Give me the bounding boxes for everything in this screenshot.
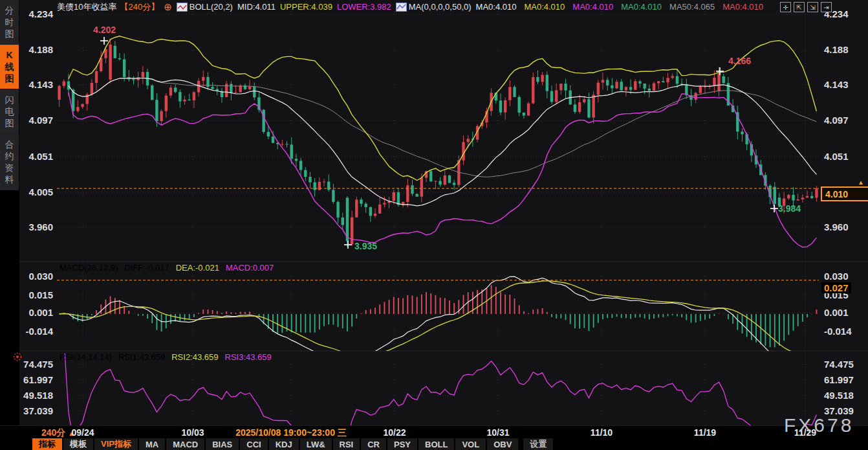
macd-dea-value: DEA:-0.021 <box>176 263 219 273</box>
tab-lw[interactable]: LW& <box>300 438 332 450</box>
boll-lower: LOWER:3.982 <box>337 2 391 12</box>
y-axis-tick: 4.005 <box>28 186 53 197</box>
price-annotation: 4.166 <box>728 56 751 66</box>
y-axis-tick: 61.997 <box>824 374 854 385</box>
y-axis-tick: 4.097 <box>28 115 53 126</box>
time-axis: 240分 ▲ 09/2410/0310/2210/3111/1011/1911/… <box>0 425 868 439</box>
ma-label: MA(0,0,0,0,50,0) <box>409 2 472 12</box>
y-axis-tick: 3.960 <box>824 221 849 232</box>
y-axis-tick: 61.997 <box>23 374 53 385</box>
candlesticks <box>58 39 818 247</box>
y-axis-tick: 4.143 <box>28 79 53 90</box>
y-axis-tick: -0.014 <box>25 326 53 337</box>
y-axis-tick: 4.051 <box>28 151 53 162</box>
y-axis-tick: 74.475 <box>824 359 854 370</box>
sidebar-item-contract-info[interactable]: 合约资料 <box>0 134 19 190</box>
y-axis-tick: 0.015 <box>28 289 53 300</box>
pan-icon[interactable]: ✛ <box>780 2 791 12</box>
tab-ma[interactable]: MA <box>139 438 165 450</box>
tab-template[interactable]: 模板 <box>63 438 93 450</box>
fx678-watermark: FX678 <box>784 414 854 436</box>
y-axis-tick: 74.475 <box>23 359 53 370</box>
x-axis-date: 11/19 <box>694 427 716 438</box>
rsi3-value: RSI3:43.659 <box>225 352 272 362</box>
y-axis-tick: 4.234 <box>28 8 53 19</box>
rsi-settings-icon[interactable] <box>12 352 23 365</box>
rsi1-value: RSI1:43.659 <box>118 352 165 362</box>
x-axis-date: 09/24 <box>71 427 94 438</box>
tab-settings[interactable]: 设置 <box>523 438 553 450</box>
macd-params: MACD(26,12,9) <box>60 263 118 273</box>
instrument-title: 美债10年收益率 <box>57 1 116 13</box>
ma-value-3: MA0:4.010 <box>621 2 662 12</box>
tab-cci[interactable]: CCI <box>240 438 267 450</box>
y-axis-tick: 4.188 <box>28 44 53 55</box>
boll-label: BOLL(20,2) <box>190 2 233 12</box>
tab-psy[interactable]: PSY <box>387 438 417 450</box>
macd-diff-value: DIFF:-0.017 <box>124 263 169 273</box>
ma-chart-icon[interactable] <box>396 3 407 12</box>
tab-cr[interactable]: CR <box>361 438 386 450</box>
add-indicator-icon[interactable]: ⊕ <box>164 1 172 13</box>
y-axis-tick: 0.001 <box>28 307 53 318</box>
ma-value-5: MA0:4.010 <box>722 2 763 12</box>
tab-vip-indicator[interactable]: VIP指标 <box>94 438 138 450</box>
exit-pane-icon[interactable]: ⇥ <box>821 2 832 12</box>
trading-app: 分时图K线图闪电图合约资料 美债10年收益率 【240分】 ⊕ BOLL(20,… <box>0 0 868 450</box>
tab-vol[interactable]: VOL <box>455 438 486 450</box>
y-axis-tick: 4.097 <box>824 115 849 126</box>
annotation-cross <box>770 205 778 212</box>
sidebar-item-flash-chart[interactable]: 闪电图 <box>0 89 19 134</box>
y-axis-tick: 0.001 <box>824 307 849 318</box>
chart-canvas[interactable] <box>0 0 868 450</box>
indicator-toolbar: 指标模板VIP指标MAMACDBIASCCIKDJLW&RSICRPSYBOLL… <box>0 438 868 450</box>
x-axis-date: 10/22 <box>383 427 406 438</box>
y-axis-tick: 0.030 <box>824 271 849 282</box>
x-axis-date: 11/10 <box>591 427 613 438</box>
boll-mid: MID:4.011 <box>237 2 276 12</box>
y-axis-tick: 3.960 <box>28 221 53 232</box>
tab-indicator[interactable]: 指标 <box>32 438 62 450</box>
period-selector[interactable]: 240分 ▲ <box>41 427 74 439</box>
tab-rsi[interactable]: RSI <box>333 438 360 450</box>
boll-chart-icon[interactable] <box>177 3 188 12</box>
period-tag[interactable]: 【240分】 <box>120 1 159 13</box>
price-up-arrow: ▲ <box>858 179 864 186</box>
y-axis-tick: -0.014 <box>824 326 852 337</box>
ma-values: MA0:4.010MA0:4.010MA0:4.010MA0:4.010MA50… <box>476 2 763 12</box>
rsi-legend: RSI(14,14,14) RSI1:43.659 RSI2:43.659 RS… <box>60 352 272 362</box>
sidebar-item-kline-chart[interactable]: K线图 <box>0 45 19 89</box>
chart-header: 美债10年收益率 【240分】 ⊕ BOLL(20,2) MID:4.011 U… <box>57 1 763 12</box>
y-axis-tick: 4.051 <box>824 151 849 162</box>
price-annotation: 3.984 <box>778 203 801 214</box>
tab-obv[interactable]: OBV <box>487 438 518 450</box>
ma-value-2: MA0:4.010 <box>572 2 613 12</box>
window-controls: ✛⇱⇲⇥ <box>780 2 832 12</box>
tab-kdj[interactable]: KDJ <box>269 438 299 450</box>
tab-boll[interactable]: BOLL <box>418 438 454 450</box>
tab-bias[interactable]: BIAS <box>206 438 239 450</box>
macd-current-tag: 0.027 <box>821 282 851 293</box>
macd-legend: MACD(26,12,9) DIFF:-0.017 DEA:-0.021 MAC… <box>60 263 274 273</box>
ma-value-4: MA50:4.065 <box>669 2 715 12</box>
axis-scale-right-icon[interactable]: ⇲ <box>807 2 818 12</box>
boll-upper: UPPER:4.039 <box>280 2 332 12</box>
ma-value-0: MA0:4.010 <box>476 2 517 12</box>
y-axis-tick: 37.039 <box>23 405 53 416</box>
y-axis-tick: 4.143 <box>824 79 849 90</box>
axis-scale-up-icon[interactable]: ⇱ <box>794 2 805 12</box>
x-axis-date: 10/31 <box>486 427 509 438</box>
y-axis-tick: 0.030 <box>28 271 53 282</box>
highlighted-date: 2025/10/08 19:00~23:00 三 <box>233 427 349 439</box>
y-axis-tick: 4.188 <box>824 44 849 55</box>
y-axis-tick: 49.518 <box>824 390 854 401</box>
price-annotation: 4.202 <box>93 25 116 35</box>
current-price-tag: 4.010 <box>821 186 868 201</box>
macd-hist-value: MACD:0.007 <box>226 263 274 273</box>
x-axis-date: 10/03 <box>181 427 204 438</box>
ma-value-1: MA0:4.010 <box>524 2 565 12</box>
annotation-cross <box>716 67 724 75</box>
tab-macd[interactable]: MACD <box>166 438 204 450</box>
rsi2-value: RSI2:43.659 <box>171 352 218 362</box>
sidebar-item-time-chart[interactable]: 分时图 <box>0 0 19 45</box>
